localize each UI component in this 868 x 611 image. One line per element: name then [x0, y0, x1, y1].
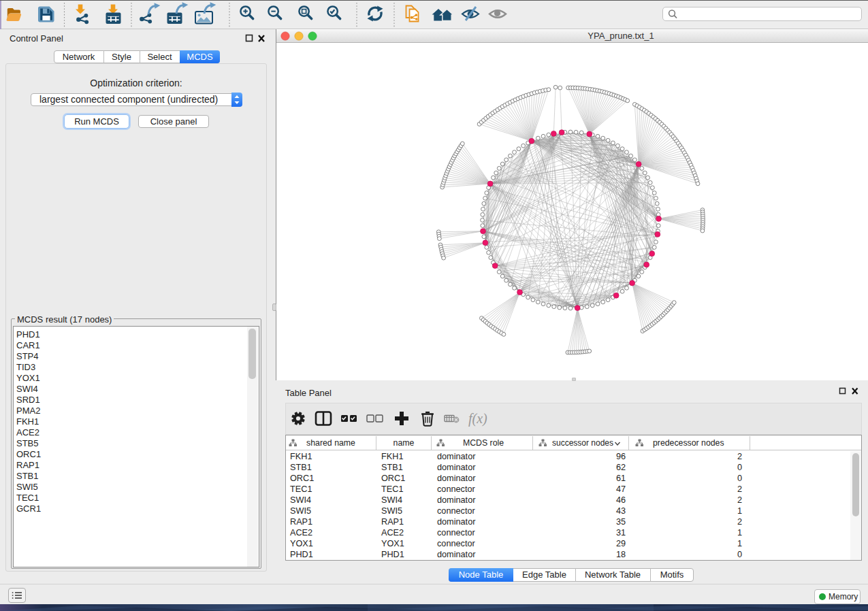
svg-text:f(x): f(x): [468, 411, 487, 427]
